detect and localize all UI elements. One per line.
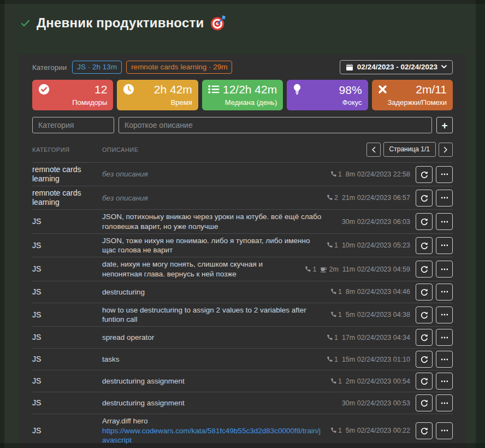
row-meta: 1 15m 02/24/2023 01:10 [326, 356, 410, 363]
redo-icon [420, 333, 428, 341]
break-time: 2m [329, 266, 338, 273]
check-circle-icon [38, 84, 50, 95]
calls-count: 1 [334, 356, 338, 363]
more-options-button[interactable] [436, 166, 453, 183]
calls-indicator: 1 [304, 266, 316, 273]
repeat-button[interactable] [416, 284, 433, 300]
phone-icon [330, 427, 336, 434]
row-actions [416, 237, 453, 254]
repeat-button[interactable] [416, 190, 433, 207]
row-actions [416, 190, 453, 207]
break-indicator: 2m [320, 266, 338, 273]
repeat-button[interactable] [416, 373, 433, 390]
row-description: spread operator [102, 333, 326, 342]
row-duration-datetime: 30m 02/24/2023 06:03 [342, 218, 410, 226]
row-meta: 1 10m 02/24/2023 05:23 [326, 241, 410, 249]
page-indicator: Страница 1/1 [383, 142, 436, 157]
stat-card-interruptions: 2m/11 Задержки/Помехи [372, 80, 453, 110]
row-description-text: без описания [102, 170, 148, 178]
row-duration-datetime: 10m 02/24/2023 05:23 [342, 241, 410, 249]
stat-label: Помидоры [38, 99, 107, 107]
more-options-button[interactable] [436, 284, 453, 300]
more-options-button[interactable] [436, 190, 453, 207]
more-options-button[interactable] [436, 351, 453, 368]
more-options-button[interactable] [436, 373, 453, 390]
repeat-button[interactable] [416, 213, 433, 230]
row-actions [416, 422, 453, 439]
redo-icon [420, 311, 428, 319]
ellipsis-icon [441, 380, 448, 383]
date-range-picker[interactable]: 02/24/2023 - 02/24/2023 [340, 60, 453, 74]
row-actions [416, 284, 453, 300]
row-description: Array.diff hero https://www.codewars.com… [102, 416, 330, 445]
prev-page-button[interactable] [366, 143, 381, 157]
next-page-button[interactable] [439, 143, 453, 157]
phone-icon [304, 266, 311, 273]
phone-icon [330, 378, 336, 385]
stat-value: 2m/11 [416, 84, 447, 95]
stat-value: 2h 42m [154, 84, 192, 95]
repeat-button[interactable] [416, 166, 433, 183]
row-description: destructuring assignment [102, 398, 342, 408]
ellipsis-icon [441, 173, 448, 176]
stat-card-pomodoros: 12 Помидоры [32, 80, 113, 110]
calls-indicator: 1 [330, 170, 342, 178]
row-actions [416, 166, 453, 183]
ellipsis-icon [441, 313, 448, 316]
repeat-button[interactable] [416, 351, 433, 368]
category-input[interactable] [32, 117, 114, 133]
category-badge-js[interactable]: JS · 2h 13m [72, 61, 122, 74]
row-category: JS [32, 355, 102, 364]
categories-label: Категории [32, 63, 67, 72]
row-description-text: destructuring assignment [102, 377, 185, 385]
repeat-button[interactable] [416, 422, 433, 439]
row-duration-datetime: 5m 02/24/2023 00:22 [346, 427, 410, 434]
calendar-icon [346, 63, 353, 71]
stat-label: Медиана (день) [208, 99, 277, 107]
more-options-button[interactable] [436, 329, 453, 346]
more-options-button[interactable] [436, 261, 453, 278]
redo-icon [420, 241, 428, 250]
category-badge-remnote[interactable]: remnote cards learning · 29m [126, 61, 232, 74]
row-description-text: date, нихуя не могу понять, слишком скуч… [102, 260, 263, 278]
stat-value: 98% [339, 84, 362, 96]
add-entry-button[interactable]: + [436, 117, 453, 133]
ellipsis-icon [441, 196, 448, 199]
row-link[interactable]: https://www.codewars.com/kata/581fc49b55… [102, 426, 324, 445]
repeat-button[interactable] [416, 329, 433, 346]
row-description: без описания [102, 169, 330, 179]
ellipsis-icon [441, 244, 448, 247]
calls-indicator: 1 [330, 311, 342, 319]
more-options-button[interactable] [436, 422, 453, 439]
more-options-button[interactable] [436, 394, 453, 411]
repeat-button[interactable] [416, 306, 433, 323]
row-actions [416, 351, 453, 368]
more-options-button[interactable] [436, 237, 453, 254]
row-category: remnote cards learning [32, 165, 102, 184]
row-duration-datetime: 5m 02/24/2023 04:38 [346, 311, 410, 319]
row-description-text: JSON, тоже нихуя не понимаю. либо я тупо… [102, 237, 310, 254]
stat-label: Фокус [293, 99, 362, 107]
row-description-text: JSON, потихоньку вникаю через уроки на ю… [102, 213, 321, 230]
redo-icon [420, 288, 428, 296]
repeat-button[interactable] [416, 394, 433, 411]
row-meta: 30m 02/24/2023 00:53 [342, 399, 410, 407]
ellipsis-icon [441, 358, 448, 361]
lightbulb-icon [293, 84, 301, 96]
calls-indicator: 1 [330, 288, 342, 296]
more-options-button[interactable] [436, 213, 453, 230]
redo-icon [420, 427, 428, 435]
app-window: Дневник продуктивности Категории JS · 2h… [0, 0, 485, 448]
row-duration-datetime: 21m 02/24/2023 06:57 [342, 194, 410, 202]
table-row: JS date, нихуя не могу понять, слишком с… [32, 257, 453, 281]
stat-value: 12/2h 42m [223, 84, 277, 95]
row-description-text: how to use destructuring to assign 2 val… [102, 306, 306, 323]
phone-icon [330, 171, 336, 178]
row-meta: 30m 02/24/2023 06:03 [342, 218, 410, 226]
row-meta: 1 8m 02/24/2023 04:46 [330, 288, 410, 296]
repeat-button[interactable] [416, 261, 433, 278]
description-input[interactable] [119, 117, 432, 133]
row-description: how to use destructuring to assign 2 val… [102, 305, 330, 325]
repeat-button[interactable] [416, 237, 433, 254]
more-options-button[interactable] [436, 306, 453, 323]
